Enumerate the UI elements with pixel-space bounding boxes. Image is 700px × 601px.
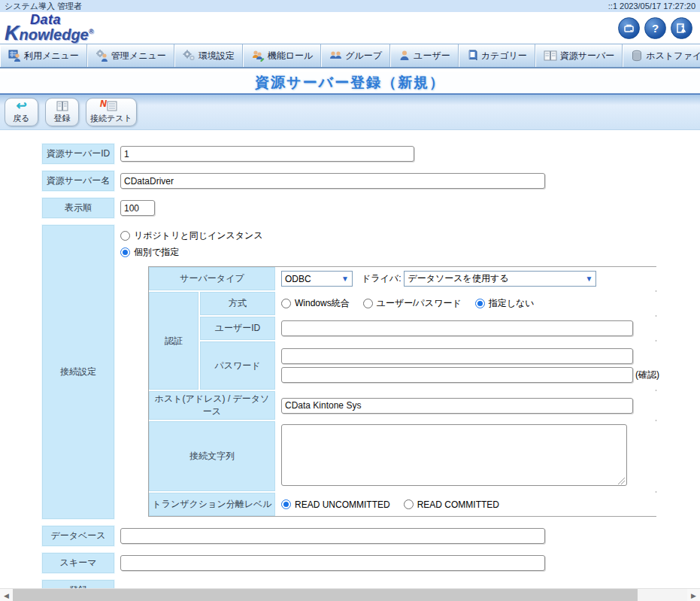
nav-item-admin-menu[interactable]: 管理メニュー: [87, 44, 174, 67]
scroll-right-arrow-icon[interactable]: ▶: [687, 589, 700, 601]
resource-server-name-input[interactable]: [120, 173, 545, 189]
password-controls: (確認): [277, 341, 664, 390]
user-id-control: [277, 317, 664, 340]
password-input[interactable]: [281, 348, 633, 364]
back-arrow-icon: ↩: [16, 100, 26, 112]
radio-user-password[interactable]: ユーザー/パスワード: [363, 297, 462, 310]
connection-string-textarea[interactable]: [281, 424, 627, 486]
host-datasource-input[interactable]: [281, 398, 633, 414]
radio-windows-integrated[interactable]: Windows統合: [281, 297, 350, 310]
cards-icon: [544, 50, 557, 62]
connection-settings-content: リポジトリと同じインスタンス 個別で指定 サーバータイプ ODBC ドライバ: …: [120, 224, 656, 520]
logo-word-knowledge: Knowledge®: [5, 23, 93, 44]
schema-input[interactable]: [120, 555, 545, 571]
host-datasource-label: ホスト(アドレス) / データソース: [149, 391, 275, 420]
connection-settings-label: 接続設定: [41, 224, 115, 520]
nav-item-environment-settings[interactable]: 環境設定: [174, 44, 243, 67]
database-icon: [631, 50, 643, 62]
book-icon: [467, 50, 478, 62]
person-icon: [398, 50, 411, 62]
tools-icon[interactable]: [618, 17, 640, 39]
register-button[interactable]: 登録: [45, 98, 79, 126]
action-toolbar: ↩ 戻る 登録 N 接続テスト: [0, 95, 700, 130]
page-title: 資源サーバー登録（新規）: [255, 73, 445, 93]
registered-mark: ®: [89, 28, 94, 35]
scroll-left-arrow-icon[interactable]: ◀: [0, 589, 13, 601]
gears-icon: [183, 50, 195, 62]
user-id-label: ユーザーID: [200, 317, 275, 340]
radio-circle-icon[interactable]: [281, 499, 291, 509]
resource-server-name-label: 資源サーバー名: [41, 170, 115, 192]
radio-circle-icon[interactable]: [120, 231, 130, 241]
radio-circle-icon[interactable]: [281, 299, 291, 308]
radio-circle-icon[interactable]: [120, 247, 130, 257]
nav-item-host-file[interactable]: ホストファイル: [623, 44, 700, 67]
logout-icon[interactable]: [671, 17, 692, 39]
radio-same-instance[interactable]: リポジトリと同じインスタンス: [120, 227, 656, 244]
radio-not-specified[interactable]: 指定しない: [475, 297, 535, 310]
connection-string-control: [277, 421, 664, 491]
scrollbar-thumb[interactable]: [13, 589, 638, 601]
nav-item-function-role[interactable]: 機能ロール: [243, 44, 322, 67]
resource-server-id-label: 資源サーバーID: [41, 143, 115, 165]
main-nav-toolbar: 利用メニュー 管理メニュー 環境設定 機能ロール グループ ユーザー カテゴリー: [0, 44, 700, 68]
horizontal-scrollbar[interactable]: ◀ ▶: [0, 588, 700, 601]
radio-circle-icon[interactable]: [363, 299, 373, 308]
logged-in-user: システム導入 管理者: [5, 1, 82, 12]
title-bar: 資源サーバー登録（新規）: [0, 72, 700, 95]
schema-label: スキーマ: [41, 552, 115, 574]
connection-test-icon: N: [105, 100, 117, 112]
radio-circle-icon[interactable]: [404, 499, 414, 509]
auth-method-label: 方式: [200, 292, 275, 315]
server-type-controls: ODBC ドライバ: データソースを使用する: [277, 267, 664, 290]
radio-read-uncommitted[interactable]: READ UNCOMMITTED: [281, 499, 390, 510]
row-resource-server-name: 資源サーバー名: [41, 170, 700, 192]
display-order-input[interactable]: [120, 200, 155, 216]
gear-person-icon: [95, 50, 108, 62]
people-icon: [329, 50, 342, 62]
transaction-isolation-label: トランザクション分離レベル: [149, 493, 275, 516]
row-resource-server-id: 資源サーバーID: [41, 143, 700, 165]
connection-detail-table: サーバータイプ ODBC ドライバ: データソースを使用する 認証 方式: [148, 266, 656, 517]
resource-server-id-input[interactable]: [120, 146, 414, 162]
session-timestamp: ::1 2023/05/17 17:27:20: [608, 2, 695, 11]
nav-item-resource-server[interactable]: 資源サーバー: [535, 44, 623, 67]
back-button[interactable]: ↩ 戻る: [5, 98, 38, 126]
menu-table-person-icon: [8, 50, 21, 62]
password-label: パスワード: [200, 341, 275, 390]
nav-item-user[interactable]: ユーザー: [390, 44, 459, 67]
data-knowledge-logo[interactable]: Data Knowledge®: [5, 13, 93, 44]
resource-server-registration-page: システム導入 管理者 ::1 2023/05/17 17:27:20 Data …: [0, 0, 700, 601]
people-pencil-icon: [251, 50, 265, 62]
server-type-select[interactable]: ODBC: [281, 271, 353, 287]
nav-item-category[interactable]: カテゴリー: [459, 44, 535, 67]
server-type-label: サーバータイプ: [149, 267, 275, 290]
driver-label: ドライバ:: [362, 272, 401, 285]
header: Data Knowledge® ?: [0, 12, 700, 44]
display-order-label: 表示順: [41, 197, 115, 219]
nav-item-group[interactable]: グループ: [321, 44, 390, 67]
nav-item-use-menu[interactable]: 利用メニュー: [0, 44, 87, 67]
register-card-icon: [56, 100, 68, 112]
status-bar: システム導入 管理者 ::1 2023/05/17 17:27:20: [0, 0, 700, 12]
resource-server-form: 資源サーバーID 資源サーバー名 表示順 接続設定 リポジトリと同じインスタンス…: [0, 130, 700, 601]
connection-string-label: 接続文字列: [149, 421, 275, 491]
auth-method-controls: Windows統合 ユーザー/パスワード 指定しない: [277, 292, 664, 315]
transaction-isolation-controls: READ UNCOMMITTED READ COMMITTED: [277, 493, 664, 516]
radio-read-committed[interactable]: READ COMMITTED: [404, 499, 499, 510]
radio-circle-icon[interactable]: [475, 299, 485, 308]
host-datasource-control: [277, 391, 664, 420]
row-connection-settings: 接続設定 リポジトリと同じインスタンス 個別で指定 サーバータイプ ODBC: [41, 224, 700, 520]
password-confirm-input[interactable]: [281, 367, 633, 383]
database-input[interactable]: [120, 528, 545, 544]
user-id-input[interactable]: [281, 320, 633, 336]
driver-select[interactable]: データソースを使用する: [404, 271, 596, 287]
radio-individual-specify[interactable]: 個別で指定: [120, 244, 656, 260]
password-confirm-note: (確認): [635, 369, 659, 381]
resize-handle-icon: [281, 424, 627, 488]
header-icon-group: ?: [618, 17, 692, 39]
connection-test-button[interactable]: N 接続テスト: [86, 98, 137, 126]
auth-label: 認証: [149, 292, 198, 390]
help-icon[interactable]: ?: [644, 17, 666, 39]
row-schema: スキーマ: [41, 552, 700, 574]
